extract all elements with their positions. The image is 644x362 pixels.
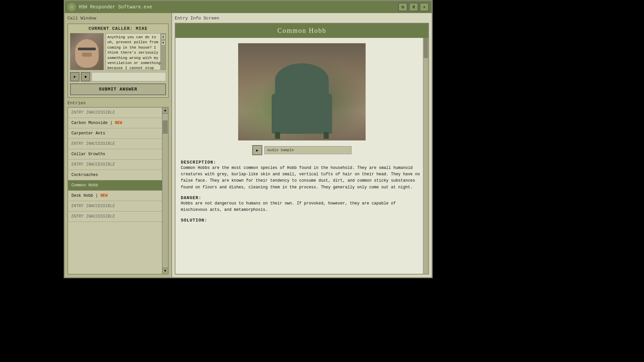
pause-button[interactable]: ⏸ xyxy=(409,3,418,11)
entry-image-inner xyxy=(238,43,366,140)
entry-title: Common Hobb xyxy=(277,27,326,34)
transcript-scroll-up[interactable]: ▲ xyxy=(161,34,166,40)
call-window-label: Call Window xyxy=(67,16,169,21)
right-scrollbar-thumb xyxy=(424,38,428,58)
chair-body xyxy=(272,94,332,134)
main-layout: Call Window CURRENT CALLER: MIKE Anythin… xyxy=(65,13,432,277)
caller-face xyxy=(75,39,99,68)
entries-scroll-up[interactable]: ▲ xyxy=(162,108,168,114)
description-text: Common Hobbs are the most common species… xyxy=(181,165,423,191)
danger-header: DANGER: xyxy=(181,195,423,200)
entry-image-container xyxy=(181,43,423,140)
list-item[interactable]: Cellar Growths xyxy=(68,149,162,160)
entries-scrollbar-thumb xyxy=(163,120,168,134)
list-item-common-hobb[interactable]: Common Hobb xyxy=(68,180,162,191)
list-item[interactable]: ENTRY INACCESSIBLE xyxy=(68,201,162,212)
list-item[interactable]: Carpenter Ants xyxy=(68,128,162,139)
current-caller-header: CURRENT CALLER: MIKE xyxy=(70,26,166,31)
app-title: HSH Responder Software.exe xyxy=(79,4,395,10)
new-badge: NEW xyxy=(100,193,108,198)
chair-leg-left xyxy=(275,132,280,139)
entry-info-label: Entry Info Screen xyxy=(175,16,429,21)
description-header: DESCRIPTION: xyxy=(181,160,423,165)
entry-info-box: Common Hobb xyxy=(175,23,429,275)
play-button[interactable]: ▶ xyxy=(70,72,79,81)
audio-sample-label: Audio Sample xyxy=(267,148,294,152)
entries-list-container: ▲ ENTRY INACCESSIBLE Carbon Monoxide | N… xyxy=(67,107,169,275)
chair-leg-right xyxy=(324,132,329,139)
list-item[interactable]: ENTRY INACCESSIBLE xyxy=(68,139,162,149)
entries-scrollbar xyxy=(162,114,168,268)
list-item[interactable]: ENTRY INACCESSIBLE xyxy=(68,108,162,118)
app-logo-icon xyxy=(67,3,76,11)
app-window: HSH Responder Software.exe ⚙ ⏸ ✕ Call Wi… xyxy=(64,0,433,278)
hobb-illustration xyxy=(265,67,339,134)
audio-bar: Audio Sample xyxy=(264,146,352,154)
caller-photo xyxy=(70,33,104,70)
audio-controls: ▶ ■ xyxy=(70,72,166,81)
entries-label: Entries xyxy=(67,101,169,106)
caller-transcript: Anything you can do to uh, prevent polle… xyxy=(107,35,163,70)
left-panel: Call Window CURRENT CALLER: MIKE Anythin… xyxy=(65,13,172,277)
solution-section: SOLUTION: xyxy=(181,218,423,223)
entry-content: ▶ Audio Sample DESCRIPTION: Common Hobbs… xyxy=(175,38,428,228)
caller-content: Anything you can do to uh, prevent polle… xyxy=(70,33,166,70)
submit-answer-button[interactable]: SUBMIT ANSWER xyxy=(70,83,166,95)
audio-sample-row: ▶ Audio Sample xyxy=(181,145,423,155)
answer-input[interactable] xyxy=(92,72,166,81)
transcript-scrollbar: ▲ ▼ xyxy=(160,34,166,70)
list-item[interactable]: Desk Hobb | NEW xyxy=(68,191,162,201)
right-scrollbar xyxy=(423,38,428,274)
stop-button[interactable]: ■ xyxy=(81,72,90,81)
close-button[interactable]: ✕ xyxy=(420,3,429,11)
list-item[interactable]: ENTRY INACCESSIBLE xyxy=(68,212,162,222)
list-item[interactable]: Cockroaches xyxy=(68,170,162,180)
caller-photo-inner xyxy=(70,33,104,70)
new-badge: NEW xyxy=(115,121,122,125)
description-section: DESCRIPTION: Common Hobbs are the most c… xyxy=(181,160,423,191)
danger-text: Hobbs are not dangerous to humans on the… xyxy=(181,200,423,213)
danger-section: DANGER: Hobbs are not dangerous to human… xyxy=(181,195,423,213)
entry-title-bar: Common Hobb xyxy=(175,23,428,38)
list-item[interactable]: Carbon Monoxide | NEW xyxy=(68,118,162,128)
transcript-scroll-down[interactable]: ▼ xyxy=(161,40,166,46)
list-item[interactable]: ENTRY INACCESSIBLE xyxy=(68,160,162,170)
chair-back xyxy=(275,63,329,97)
call-window-box: CURRENT CALLER: MIKE Anything you can do… xyxy=(67,23,169,98)
right-panel: Entry Info Screen Common Hobb xyxy=(172,13,432,277)
entry-content-wrapper: ▶ Audio Sample DESCRIPTION: Common Hobbs… xyxy=(175,38,428,274)
solution-header: SOLUTION: xyxy=(181,218,423,223)
window-controls: ⚙ ⏸ ✕ xyxy=(398,3,429,11)
caller-text-box: Anything you can do to uh, prevent polle… xyxy=(106,33,166,70)
entry-image xyxy=(238,43,366,140)
settings-button[interactable]: ⚙ xyxy=(398,3,408,11)
audio-play-button[interactable]: ▶ xyxy=(252,145,262,155)
title-bar: HSH Responder Software.exe ⚙ ⏸ ✕ xyxy=(65,1,432,13)
entries-section: Entries ▲ ENTRY INACCESSIBLE Carbon Mono… xyxy=(67,101,169,275)
entries-scroll-down[interactable]: ▼ xyxy=(162,268,168,274)
entries-list: ENTRY INACCESSIBLE Carbon Monoxide | NEW… xyxy=(68,108,162,222)
